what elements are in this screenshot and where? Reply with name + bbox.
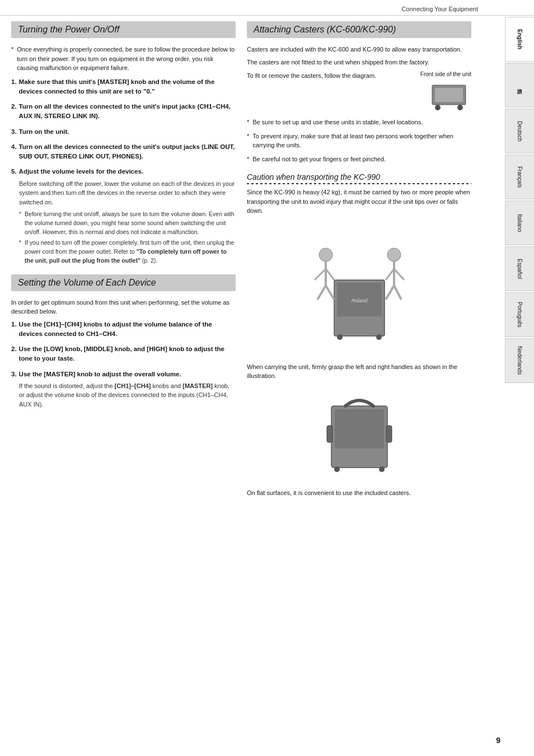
- casters-note-3-bullet: *: [247, 155, 249, 164]
- transport-intro: Since the KC-990 is heavy (42 kg), it mu…: [247, 188, 471, 216]
- transport-svg: Roland: [303, 224, 415, 353]
- tab-nederlands[interactable]: Nederlands: [505, 338, 534, 383]
- casters-intro-1: Casters are included with the KC-600 and…: [247, 45, 471, 54]
- note-2-bullet: *: [19, 239, 21, 265]
- svg-line-15: [317, 286, 326, 300]
- tab-italiano[interactable]: Italiano: [505, 200, 534, 245]
- tab-francais[interactable]: Français: [505, 155, 534, 199]
- tab-portugues[interactable]: Português: [505, 292, 534, 337]
- handle-illustration: [247, 389, 471, 480]
- header-title: Connecting Your Equipment: [402, 6, 478, 12]
- svg-rect-24: [335, 409, 384, 449]
- svg-point-9: [337, 334, 343, 340]
- step-3-text: Turn on the unit.: [19, 127, 69, 137]
- tab-nederlands-label: Nederlands: [517, 346, 523, 375]
- svg-line-19: [386, 269, 394, 280]
- volume-step-3-header: 3. Use the [MASTER] knob to adjust the o…: [11, 370, 236, 379]
- tab-portugues-label: Português: [517, 302, 523, 328]
- svg-line-13: [315, 269, 326, 280]
- casters-section-header: Attaching Casters (KC-600/KC-990): [247, 21, 471, 38]
- step-5-num: 5.: [11, 167, 17, 176]
- step-5-body: Before switching off the power, lower th…: [19, 179, 236, 207]
- tab-english[interactable]: English: [505, 17, 534, 62]
- tab-deutsch[interactable]: Deutsch: [505, 109, 534, 153]
- volume-step-1: 1. Use the [CH1]–[CH4] knobs to adjust t…: [11, 320, 236, 339]
- svg-rect-27: [327, 426, 332, 442]
- svg-line-16: [326, 286, 334, 300]
- step-3-num: 3.: [11, 127, 17, 137]
- svg-rect-28: [386, 426, 392, 442]
- step-5-text: Adjust the volume levels for the devices…: [19, 167, 143, 176]
- power-step-4-header: 4. Turn on all the devices connected to …: [11, 142, 236, 162]
- power-section-header: Turning the Power On/Off: [11, 21, 236, 38]
- note-1-text: Before turning the unit on/off, always b…: [25, 210, 236, 236]
- casters-note-1: * Be sure to set up and use these units …: [247, 118, 471, 127]
- step-1-text: Make sure that this unit's [MASTER] knob…: [19, 77, 236, 97]
- casters-note-2-bullet: *: [247, 132, 249, 150]
- vol-step-1-num: 1.: [11, 320, 17, 339]
- transport-subsection-header: Caution when transporting the KC-990: [247, 172, 471, 183]
- casters-note-3-text: Be careful not to get your fingers or fe…: [252, 155, 386, 164]
- amp-illustration: Roland: [247, 224, 471, 354]
- volume-section-header: Setting the Volume of Each Device: [11, 274, 236, 291]
- volume-section: Setting the Volume of Each Device In ord…: [11, 274, 236, 409]
- power-step-2-header: 2. Turn on all the devices connected to …: [11, 102, 236, 122]
- power-section: Turning the Power On/Off * Once everythi…: [11, 21, 236, 265]
- volume-step-1-header: 1. Use the [CH1]–[CH4] knobs to adjust t…: [11, 320, 236, 339]
- svg-point-10: [376, 334, 382, 340]
- note-1-bullet: *: [19, 210, 21, 236]
- step-1-num: 1.: [11, 77, 17, 97]
- tab-japanese[interactable]: 日本語: [505, 63, 534, 108]
- casters-note-1-bullet: *: [247, 118, 249, 127]
- tab-espanol-label: Español: [517, 259, 523, 279]
- vol-step-3-text: Use the [MASTER] knob to adjust the over…: [19, 370, 181, 379]
- svg-point-11: [319, 248, 332, 262]
- casters-section-title: Attaching Casters (KC-600/KC-990): [254, 25, 396, 34]
- tab-english-label: English: [517, 29, 523, 49]
- svg-line-20: [394, 269, 404, 280]
- step-2-text: Turn on all the devices connected to the…: [19, 102, 236, 122]
- svg-rect-1: [435, 88, 463, 102]
- transport-section: Caution when transporting the KC-990 Sin…: [247, 172, 471, 497]
- transport-outro: When carrying the unit, firmly grasp the…: [247, 362, 471, 381]
- volume-intro: In order to get optimum sound from this …: [11, 298, 236, 316]
- casters-diagram-area: To fit or remove the casters, follow the…: [247, 71, 471, 113]
- svg-text:Roland: Roland: [351, 298, 368, 304]
- step-5-note-2: * If you need to turn off the power comp…: [19, 239, 236, 265]
- casters-note-1-text: Be sure to set up and use these units in…: [252, 118, 423, 127]
- front-label: Front side of the unit: [420, 71, 471, 77]
- volume-step-2: 2. Use the [LOW] knob, [MIDDLE] knob, an…: [11, 344, 236, 364]
- vol-step-2-text: Use the [LOW] knob, [MIDDLE] knob, and […: [19, 344, 236, 364]
- casters-intro-3: To fit or remove the casters, follow the…: [247, 71, 376, 81]
- svg-point-26: [379, 466, 385, 472]
- power-step-1-header: 1. Make sure that this unit's [MASTER] k…: [11, 77, 236, 97]
- handle-svg: [315, 389, 404, 479]
- right-column: Attaching Casters (KC-600/KC-990) Caster…: [247, 21, 471, 506]
- power-step-5: 5. Adjust the volume levels for the devi…: [11, 167, 236, 265]
- step-2-num: 2.: [11, 102, 17, 122]
- tab-espanol[interactable]: Español: [505, 246, 534, 291]
- svg-point-25: [334, 466, 340, 472]
- bullet-star: *: [11, 45, 13, 73]
- power-intro-text: Once everything is properly connected, b…: [17, 45, 236, 73]
- power-step-5-header: 5. Adjust the volume levels for the devi…: [11, 167, 236, 176]
- casters-section: Attaching Casters (KC-600/KC-990) Caster…: [247, 21, 471, 164]
- volume-step-3: 3. Use the [MASTER] knob to adjust the o…: [11, 370, 236, 409]
- casters-note-2-text: To prevent injury, make sure that at lea…: [252, 132, 471, 150]
- tab-deutsch-label: Deutsch: [517, 121, 523, 142]
- casters-intro-2: The casters are not fitted to the unit w…: [247, 58, 471, 67]
- svg-line-14: [326, 269, 334, 280]
- power-section-title: Turning the Power On/Off: [18, 25, 119, 34]
- power-step-1: 1. Make sure that this unit's [MASTER] k…: [11, 77, 236, 97]
- power-step-4: 4. Turn on all the devices connected to …: [11, 142, 236, 162]
- page-header: Connecting Your Equipment: [0, 0, 534, 16]
- power-intro-note: * Once everything is properly connected,…: [11, 45, 236, 73]
- vol-step-3-num: 3.: [11, 370, 17, 379]
- flat-surface-note: On flat surfaces, it is convenient to us…: [247, 488, 471, 498]
- svg-line-22: [394, 286, 401, 300]
- svg-line-21: [386, 286, 394, 300]
- volume-step-2-header: 2. Use the [LOW] knob, [MIDDLE] knob, an…: [11, 344, 236, 364]
- vol-step-1-text: Use the [CH1]–[CH4] knobs to adjust the …: [19, 320, 236, 339]
- power-step-3-header: 3. Turn on the unit.: [11, 127, 236, 137]
- volume-section-title: Setting the Volume of Each Device: [18, 278, 156, 287]
